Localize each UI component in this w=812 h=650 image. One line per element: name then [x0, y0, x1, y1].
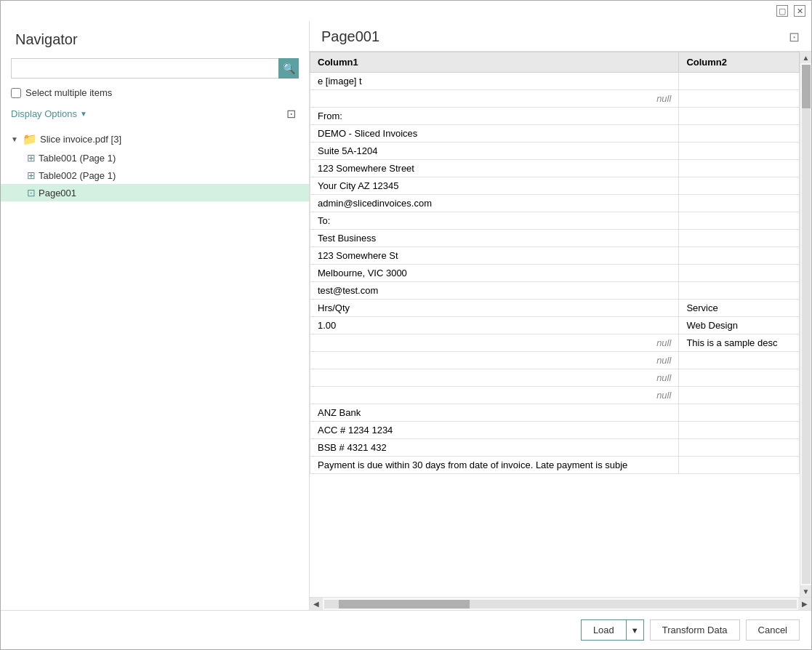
table-cell-col1: test@test.com — [310, 282, 679, 300]
restore-button[interactable]: ▢ — [776, 5, 788, 17]
load-button-wrap: Load ▼ — [581, 619, 644, 641]
table-cell-col1: ANZ Bank — [310, 404, 679, 422]
table-cell-col2 — [679, 369, 800, 387]
right-panel: Page001 ⊡ Column1 Column2 — [310, 21, 811, 610]
table-cell-col1: e [image] t — [310, 73, 679, 90]
table-row: Suite 5A-1204 — [310, 143, 800, 160]
search-input[interactable] — [11, 58, 299, 79]
display-options-left: Display Options ▼ — [11, 108, 87, 119]
search-icon: 🔍 — [283, 63, 295, 74]
table-cell-col1: To: — [310, 212, 679, 230]
table-row: test@test.com — [310, 282, 800, 300]
right-panel-title: Page001 — [321, 28, 379, 45]
table-cell-col2 — [679, 282, 800, 300]
table-cell-col2 — [679, 143, 800, 160]
copy-icon: ⊡ — [789, 30, 800, 44]
display-options-arrow[interactable]: ▼ — [80, 110, 87, 118]
col-header-2: Column2 — [679, 52, 800, 73]
table-cell-col1: Hrs/Qty — [310, 300, 679, 317]
title-bar: ▢ ✕ — [1, 1, 811, 21]
vertical-scrollbar[interactable]: ▲ ▼ — [800, 52, 811, 597]
tree-item-label-3: Page001 — [39, 188, 76, 198]
table-row: 123 Somewhere St — [310, 247, 800, 265]
cancel-button[interactable]: Cancel — [746, 619, 800, 641]
tree-item-table002[interactable]: ⊞ Table002 (Page 1) — [1, 166, 309, 184]
copy-button[interactable]: ⊡ — [789, 29, 800, 45]
table-cell-col2 — [679, 195, 800, 212]
search-box-wrap: 🔍 — [1, 55, 309, 84]
table-scroll[interactable]: Column1 Column2 e [image] tnullFrom:DEMO… — [310, 52, 800, 597]
right-header: Page001 ⊡ — [310, 21, 811, 52]
table-cell-col1: DEMO - Sliced Invoices — [310, 125, 679, 143]
tree-item-label-1: Table001 (Page 1) — [39, 153, 116, 164]
table-icon-2: ⊞ — [27, 169, 36, 181]
h-scroll-track — [324, 600, 797, 609]
table-cell-col1: ACC # 1234 1234 — [310, 422, 679, 439]
expand-arrow-icon: ▼ — [11, 135, 20, 143]
table-row: Melbourne, VIC 3000 — [310, 265, 800, 282]
tree-root-label: Slice invoice.pdf [3] — [40, 134, 121, 145]
table-row: DEMO - Sliced Invoices — [310, 125, 800, 143]
table-cell-col1: Test Business — [310, 230, 679, 247]
scroll-up-button[interactable]: ▲ — [800, 52, 812, 63]
refresh-button[interactable]: ⊡ — [284, 105, 299, 122]
table-cell-col1: 1.00 — [310, 317, 679, 334]
table-cell-col2 — [679, 457, 800, 474]
table-cell-col2 — [679, 160, 800, 177]
table-cell-col1: Suite 5A-1204 — [310, 143, 679, 160]
table-row: e [image] t — [310, 73, 800, 90]
table-cell-col2 — [679, 404, 800, 422]
table-cell-col1: BSB # 4321 432 — [310, 439, 679, 457]
table-cell-col1: Your City AZ 12345 — [310, 177, 679, 195]
tree-root-item[interactable]: ▼ 📁 Slice invoice.pdf [3] — [1, 129, 309, 149]
table-cell-col1: admin@slicedinvoices.com — [310, 195, 679, 212]
table-cell-col1: Payment is due within 30 days from date … — [310, 457, 679, 474]
load-button[interactable]: Load — [581, 619, 626, 641]
table-cell-col1: 123 Somewhere St — [310, 247, 679, 265]
navigator-window: ▢ ✕ Navigator 🔍 Select multiple items Di… — [0, 0, 812, 650]
table-row: null — [310, 369, 800, 387]
table-cell-col2: Web Design — [679, 317, 800, 334]
select-multiple-checkbox[interactable] — [11, 88, 21, 98]
table-cell-col2 — [679, 247, 800, 265]
folder-icon: 📁 — [23, 132, 37, 146]
load-dropdown-button[interactable]: ▼ — [626, 619, 644, 641]
navigator-title: Navigator — [1, 21, 309, 55]
table-cell-col1: From: — [310, 108, 679, 125]
table-row: Payment is due within 30 days from date … — [310, 457, 800, 474]
v-scroll-thumb[interactable] — [802, 65, 811, 108]
bottom-bar: Load ▼ Transform Data Cancel — [1, 610, 811, 649]
transform-data-button[interactable]: Transform Data — [650, 619, 740, 641]
close-button[interactable]: ✕ — [794, 5, 805, 17]
scroll-right-button[interactable]: ▶ — [798, 598, 811, 611]
tree-item-label-2: Table002 (Page 1) — [39, 170, 116, 181]
table-cell-col1: null — [310, 90, 679, 108]
scroll-left-button[interactable]: ◀ — [310, 598, 323, 611]
scroll-down-button[interactable]: ▼ — [800, 585, 812, 597]
table-cell-col2 — [679, 422, 800, 439]
col-header-1: Column1 — [310, 52, 679, 73]
h-scroll-thumb[interactable] — [339, 600, 470, 609]
table-row: From: — [310, 108, 800, 125]
table-cell-col1: null — [310, 334, 679, 352]
data-table: Column1 Column2 e [image] tnullFrom:DEMO… — [310, 52, 800, 474]
table-row: Hrs/QtyService — [310, 300, 800, 317]
table-cell-col2 — [679, 90, 800, 108]
table-cell-col2 — [679, 108, 800, 125]
tree-area: ▼ 📁 Slice invoice.pdf [3] ⊞ Table001 (Pa… — [1, 127, 309, 610]
tree-item-table001[interactable]: ⊞ Table001 (Page 1) — [1, 149, 309, 166]
refresh-icon: ⊡ — [286, 108, 296, 120]
table-row: BSB # 4321 432 — [310, 439, 800, 457]
page-icon: ⊡ — [27, 187, 36, 198]
table-cell-col2 — [679, 439, 800, 457]
horizontal-scrollbar[interactable]: ◀ ▶ — [310, 597, 811, 610]
table-cell-col2 — [679, 212, 800, 230]
table-cell-col1: null — [310, 369, 679, 387]
tree-item-page001[interactable]: ⊡ Page001 — [1, 184, 309, 201]
table-scroll-wrap: Column1 Column2 e [image] tnullFrom:DEMO… — [310, 52, 811, 610]
table-row: 123 Somewhere Street — [310, 160, 800, 177]
table-icon-1: ⊞ — [27, 152, 36, 164]
display-options-label[interactable]: Display Options — [11, 108, 77, 119]
search-button[interactable]: 🔍 — [278, 58, 299, 79]
table-row: Test Business — [310, 230, 800, 247]
